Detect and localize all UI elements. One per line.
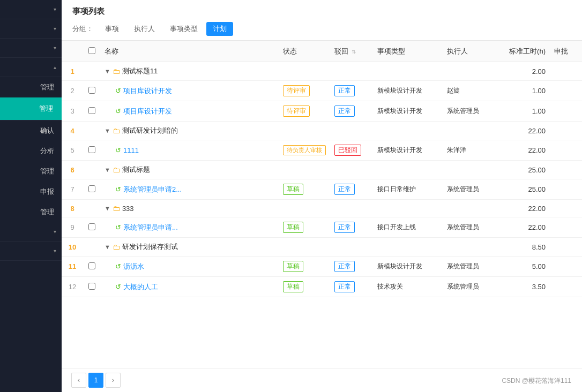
folder-icon: 🗀 [113,204,120,213]
row-name-cell: ▼🗀333 [100,200,279,217]
row-assignee-cell [443,122,496,140]
chevron-down-icon: ▾ [54,26,56,32]
table-container: 名称 状态 驳回 ⇅ 事项类型 执行人 标准工时(h) 申批 1▼🗀测试标题11… [62,41,582,368]
row-hours-cell: 25.00 [496,179,550,200]
select-all-checkbox[interactable] [88,47,95,54]
col-reject-header[interactable]: 驳回 ⇅ [330,41,373,62]
table-row: 10▼🗀研发计划保存测试8.50 [62,238,582,257]
task-name-link[interactable]: 系统管理员申请... [123,223,178,232]
col-name-header: 名称 [100,41,279,62]
row-reject-cell [330,122,373,140]
task-name-link[interactable]: 项目库设计开发 [123,86,172,96]
row-apply-cell [550,122,582,140]
sidebar-item-5[interactable]: ▾ [0,222,62,242]
row-assignee-cell [443,161,496,179]
row-checkbox[interactable] [88,146,95,153]
row-checkbox[interactable] [88,283,95,290]
sidebar-item-2[interactable]: ▾ [0,19,62,39]
row-status-cell: 待评审 [279,101,330,122]
sidebar-item-manage3[interactable]: 管理 [0,161,62,182]
row-hours-cell: 22.00 [496,217,550,238]
row-hours-cell: 1.00 [496,81,550,101]
row-type-cell: 新模块设计开发 [373,140,443,161]
tab-shixiang[interactable]: 事项 [99,22,125,36]
row-checkbox[interactable] [88,262,95,269]
chevron-up-icon: ▴ [54,64,56,70]
row-status-cell [279,161,330,179]
row-number: 11 [62,257,83,277]
sidebar-item-analysis[interactable]: 分析 [0,141,62,161]
prev-page-btn[interactable]: ‹ [71,373,86,388]
expand-arrow-icon[interactable]: ▼ [105,205,110,212]
task-name-link[interactable]: 沥沥水 [123,262,144,272]
tab-jihua[interactable]: 计划 [206,22,233,36]
row-status-cell: 草稿 [279,257,330,277]
row-apply-cell [550,200,582,217]
row-type-cell [373,200,443,217]
row-checkbox[interactable] [88,223,95,230]
row-status-cell [279,200,330,217]
reject-badge: 正常 [334,105,355,117]
sidebar-item-3[interactable]: ▾ [0,39,62,58]
tab-zhixingren[interactable]: 执行人 [128,22,161,36]
next-page-btn[interactable]: › [106,373,121,388]
row-reject-cell [330,238,373,257]
sidebar-item-manage2[interactable]: 管理 [0,97,62,120]
task-name-link[interactable]: 项目库设计开发 [123,107,172,116]
expand-arrow-icon[interactable]: ▼ [105,167,110,173]
tab-leixing[interactable]: 事项类型 [163,22,204,36]
row-number: 3 [62,101,83,122]
row-number: 2 [62,81,83,101]
sidebar-item-4[interactable]: ▴ [0,58,62,77]
page-title: 事项列表 [72,6,571,17]
row-name-cell: ↺系统管理员申请2... [100,179,279,200]
row-type-cell: 接口开发上线 [373,217,443,238]
expand-arrow-icon[interactable]: ▼ [105,244,110,250]
row-status-cell: 待负责人审核 [279,140,330,161]
row-hours-cell: 25.00 [496,161,550,179]
row-type-cell [373,238,443,257]
page-1-btn[interactable]: 1 [88,373,103,388]
row-assignee-cell: 系统管理员 [443,101,496,122]
row-status-cell: 草稿 [279,179,330,200]
reject-badge: 正常 [334,184,355,195]
sidebar-item-1[interactable]: ▾ [0,0,62,19]
row-apply-cell [550,277,582,297]
task-name-link[interactable]: 系统管理员申请2... [123,185,182,194]
row-checkbox[interactable] [88,87,95,94]
reject-badge: 正常 [334,222,355,233]
row-checkbox-cell [83,179,100,200]
task-icon: ↺ [115,223,121,231]
task-icon: ↺ [115,107,121,115]
row-name-cell: ↺项目库设计开发 [100,101,279,122]
sidebar-label: 确认 [40,126,54,135]
row-name-cell: ↺大概的人工 [100,277,279,297]
sidebar-label: 申报 [40,187,54,197]
chevron-down-icon: ▾ [54,45,56,51]
sidebar-label: 分析 [40,146,54,156]
row-hours-cell: 1.00 [496,101,550,122]
expand-arrow-icon[interactable]: ▼ [105,68,110,74]
row-hours-cell: 22.00 [496,200,550,217]
row-hours-cell: 8.50 [496,238,550,257]
task-name-link[interactable]: 1111 [123,146,139,154]
reject-badge: 已驳回 [334,145,361,156]
sidebar-item-report[interactable]: 申报 [0,182,62,202]
sidebar-item-6[interactable]: ▾ [0,242,62,261]
table-row: 3↺项目库设计开发待评审正常新模块设计开发系统管理员1.00 [62,101,582,122]
status-badge: 草稿 [283,222,303,233]
row-checkbox[interactable] [88,185,95,192]
row-number: 5 [62,140,83,161]
row-reject-cell: 正常 [330,217,373,238]
row-assignee-cell: 系统管理员 [443,179,496,200]
row-checkbox[interactable] [88,107,95,114]
chevron-down-icon: ▾ [54,6,56,12]
expand-arrow-icon[interactable]: ▼ [105,127,110,134]
row-hours-cell: 2.00 [496,62,550,81]
sidebar-item-manage1[interactable]: 管理 [0,77,62,97]
reject-badge: 正常 [334,261,355,272]
sidebar-item-confirm[interactable]: 确认 [0,120,62,141]
row-checkbox-cell [83,122,100,140]
sidebar-item-manage4[interactable]: 管理 [0,202,62,222]
task-name-link[interactable]: 大概的人工 [123,282,158,292]
